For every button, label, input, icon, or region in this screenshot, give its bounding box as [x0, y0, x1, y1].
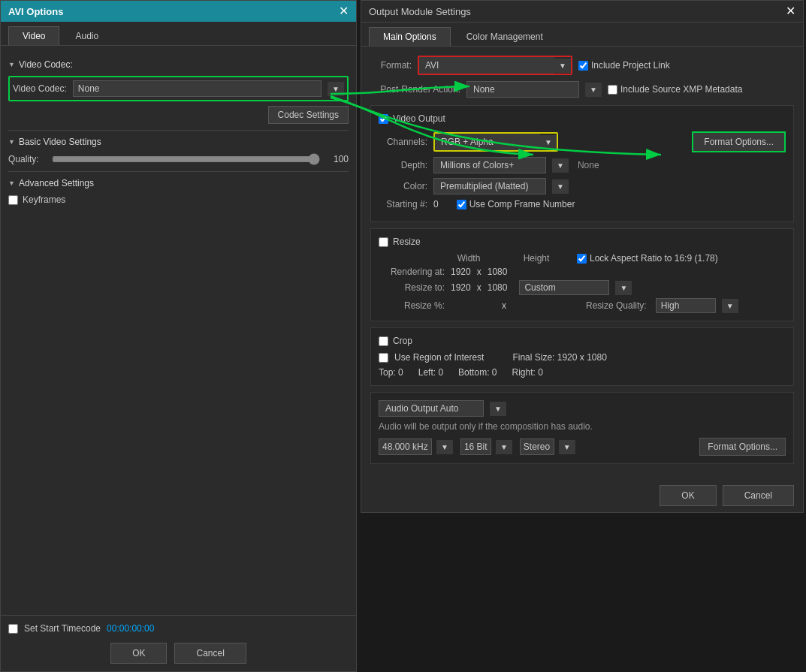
depth-arrow-icon: ▼	[552, 158, 569, 173]
avi-bottom: Set Start Timecode 00:00:00:00 OK Cancel	[1, 615, 356, 671]
basic-settings-label: Basic Video Settings	[19, 137, 101, 147]
video-output-checkbox[interactable]	[379, 114, 388, 124]
color-label: Color:	[379, 181, 427, 191]
color-row: Color: Premultiplied (Matted) Straight (…	[379, 178, 786, 194]
starting-label: Starting #:	[379, 199, 427, 209]
final-size-label: Final Size: 1920 x 1080	[512, 352, 606, 363]
depth-select[interactable]: Millions of Colors+ Millions of Colors	[433, 157, 546, 173]
use-comp-frame-label: Use Comp Frame Number	[457, 199, 575, 209]
channel-arrow-icon: ▼	[540, 135, 557, 149]
basic-settings-header: ▼ Basic Video Settings	[8, 137, 349, 147]
audio-output-row: Audio Output Auto Audio Output On Audio …	[379, 400, 786, 417]
audio-khz-select[interactable]: 48.000 kHz 44.100 kHz	[379, 438, 432, 455]
include-project-link-checkbox[interactable]	[578, 61, 588, 71]
use-comp-frame-checkbox[interactable]	[457, 200, 466, 209]
avi-ok-button[interactable]: OK	[110, 643, 167, 664]
format-select-wrapper: AVI QuickTime ▼	[418, 56, 572, 75]
rendering-at-label: Rendering at:	[379, 267, 445, 277]
output-content: Format: AVI QuickTime ▼ Include Project …	[361, 47, 803, 479]
output-close-button[interactable]: ✕	[786, 5, 795, 17]
starting-value: 0	[433, 199, 439, 209]
tab-audio[interactable]: Audio	[61, 26, 113, 45]
audio-bit-select[interactable]: 16 Bit 8 Bit	[460, 438, 491, 455]
video-output-section: Video Output Channels: RGB + Alpha RGB A…	[370, 105, 794, 222]
lock-aspect-checkbox[interactable]	[577, 254, 587, 264]
audio-output-arrow-icon: ▼	[490, 402, 506, 416]
post-render-row: Post-Render Action: None ▼ Include Sourc…	[370, 81, 794, 98]
codec-settings-button[interactable]: Codec Settings	[268, 106, 349, 124]
lock-aspect-label: Lock Aspect Ratio to 16:9 (1.78)	[577, 253, 718, 264]
quality-row: Quality: 100	[8, 153, 349, 165]
post-render-select[interactable]: None	[466, 81, 579, 98]
keyframes-row: Keyframes	[8, 194, 349, 205]
crop-values: Top: 0 Left: 0 Bottom: 0 Right: 0	[379, 367, 786, 378]
depth-label: Depth:	[379, 160, 427, 170]
resize-label: Resize	[393, 237, 421, 247]
resize-to-height: 1080	[488, 282, 508, 293]
quality-slider[interactable]	[52, 153, 320, 165]
format-arrow-icon: ▼	[554, 59, 571, 73]
video-format-options-button[interactable]: Format Options...	[692, 131, 786, 152]
resize-header: Resize	[379, 237, 786, 247]
format-select[interactable]: AVI QuickTime	[419, 57, 554, 74]
timecode-row: Set Start Timecode 00:00:00:00	[8, 623, 349, 634]
channels-label: Channels:	[379, 137, 427, 147]
audio-khz-arrow-icon: ▼	[436, 440, 453, 454]
tab-color-management[interactable]: Color Management	[452, 27, 557, 46]
post-render-arrow-icon: ▼	[585, 83, 602, 97]
audio-channels-arrow-icon: ▼	[559, 440, 575, 454]
resize-quality2-select[interactable]: High Low Medium Best	[656, 298, 716, 313]
audio-channels-select[interactable]: Stereo Mono	[520, 438, 554, 455]
include-xmp-checkbox[interactable]	[608, 85, 617, 95]
codec-field-label: Video Codec:	[13, 83, 67, 94]
resize-quality-select[interactable]: Custom Original	[519, 280, 609, 295]
avi-cancel-button[interactable]: Cancel	[174, 643, 246, 664]
crop-top: Top: 0	[379, 367, 403, 378]
avi-content: ▼ Video Codec: Video Codec: None ▼ Codec…	[1, 46, 356, 615]
keyframes-checkbox[interactable]	[8, 195, 18, 205]
format-row: Format: AVI QuickTime ▼ Include Project …	[370, 56, 794, 75]
timecode-value: 00:00:00:00	[107, 623, 154, 634]
format-label: Format:	[370, 60, 412, 71]
crop-checkbox[interactable]	[379, 336, 388, 346]
channels-row: Channels: RGB + Alpha RGB Alpha Only ▼ F…	[379, 131, 786, 152]
crop-bottom: Bottom: 0	[458, 367, 497, 378]
set-start-timecode-checkbox[interactable]	[8, 624, 18, 634]
height-col-label: Height	[514, 253, 559, 264]
channel-select[interactable]: RGB + Alpha RGB Alpha Only	[435, 134, 540, 150]
channel-select-wrapper: RGB + Alpha RGB Alpha Only ▼	[433, 132, 558, 152]
output-cancel-button[interactable]: Cancel	[723, 485, 794, 506]
resize-quality2-arrow-icon: ▼	[722, 299, 738, 313]
resize-to-x: x	[477, 282, 481, 293]
avi-tabs: Video Audio	[1, 22, 356, 46]
width-col-label: Width	[446, 253, 491, 264]
output-tabs: Main Options Color Management	[361, 23, 803, 47]
crop-left: Left: 0	[418, 367, 443, 378]
color-select[interactable]: Premultiplied (Matted) Straight (Unmatte…	[433, 178, 546, 194]
keyframes-label: Keyframes	[23, 194, 65, 205]
audio-output-select[interactable]: Audio Output Auto Audio Output On Audio …	[379, 400, 484, 417]
crop-right: Right: 0	[512, 367, 543, 378]
audio-section: Audio Output Auto Audio Output On Audio …	[370, 392, 794, 464]
starting-row: Starting #: 0 Use Comp Frame Number	[379, 199, 786, 209]
tab-video[interactable]: Video	[8, 26, 59, 45]
avi-close-button[interactable]: ✕	[339, 5, 349, 17]
video-output-label: Video Output	[393, 113, 445, 124]
use-roi-checkbox[interactable]	[379, 353, 388, 363]
codec-arrow-icon: ▼	[328, 82, 344, 96]
set-start-timecode-label: Set Start Timecode	[24, 623, 101, 634]
audio-format-options-button[interactable]: Format Options...	[699, 438, 786, 456]
resize-pct-x: x	[502, 300, 506, 311]
tab-main-options[interactable]: Main Options	[369, 27, 451, 46]
resize-section: Resize Width Height Lock Aspect Ratio to…	[370, 228, 794, 321]
resize-to-width: 1920	[451, 282, 471, 293]
resize-checkbox[interactable]	[379, 237, 388, 247]
rendering-x1: x	[477, 267, 481, 277]
output-ok-button[interactable]: OK	[660, 485, 716, 506]
codec-select[interactable]: None	[73, 80, 321, 97]
audio-note: Audio will be output only if the composi…	[379, 421, 786, 432]
rendering-height: 1080	[488, 267, 508, 277]
post-render-label: Post-Render Action:	[370, 84, 460, 95]
quality-value: 100	[326, 154, 349, 164]
none-label: None	[578, 160, 599, 170]
